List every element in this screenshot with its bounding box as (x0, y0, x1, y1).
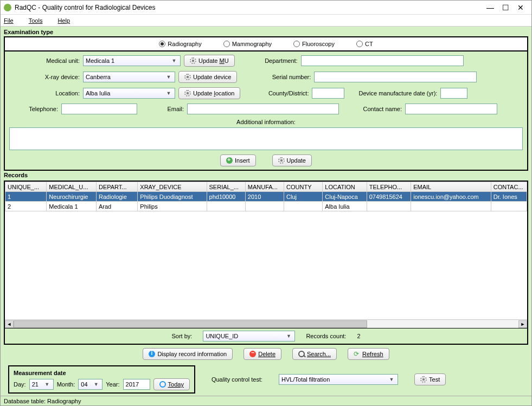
table-cell: ionescu.ion@yahoo.com (411, 192, 491, 202)
today-button[interactable]: Today (153, 378, 190, 390)
month-label: Month: (57, 381, 75, 388)
radio-icon (293, 41, 300, 47)
radio-mammography[interactable]: Mammography (223, 41, 272, 47)
status-text: Database table: Radiography (4, 398, 81, 404)
menu-help[interactable]: Help (57, 17, 78, 24)
records-legend: Records (4, 172, 528, 178)
count-value: 2 (357, 333, 360, 339)
table-cell: 0749815624 (367, 192, 411, 202)
update-mu-button[interactable]: Update MU (184, 55, 235, 67)
maximize-button[interactable]: ☐ (498, 2, 513, 13)
search-icon (298, 351, 305, 357)
scroll-right-icon[interactable]: ► (518, 320, 527, 328)
mfg-input[interactable] (440, 88, 467, 99)
horizontal-scrollbar[interactable]: ◄ ► (5, 319, 527, 328)
titlebar: RadQC - Quality control for Radiological… (1, 1, 531, 15)
radio-fluoroscopy[interactable]: Fluoroscopy (293, 41, 335, 47)
column-header[interactable]: MEDICAL_U... (47, 182, 97, 192)
test-button[interactable]: Test (414, 373, 446, 385)
addinfo-label: Additional information: (9, 119, 523, 125)
exam-type-box: Radiography Mammography Fluoroscopy CT (4, 36, 528, 51)
department-label: Department: (249, 57, 298, 64)
column-header[interactable]: COUNTY (284, 182, 323, 192)
department-input[interactable] (301, 55, 464, 66)
gear-icon (184, 90, 191, 96)
qc-select[interactable]: HVL/Total filtration▼ (279, 374, 398, 385)
table-cell (367, 202, 411, 211)
minimize-button[interactable]: — (483, 2, 498, 13)
chevron-down-icon: ▼ (92, 382, 100, 387)
form-area: Medical unit: Medicala 1▼ Update MU Depa… (4, 51, 528, 171)
column-header[interactable]: UNIQUE_... (5, 182, 47, 192)
month-select[interactable]: 04▼ (78, 379, 102, 390)
table-cell (245, 202, 284, 211)
records-table-wrap[interactable]: UNIQUE_...MEDICAL_U...DEPART...XRAY_DEVI… (5, 182, 527, 319)
refresh-icon: ⟳ (354, 351, 360, 357)
statusbar: Database table: Radiography (1, 396, 531, 405)
display-record-button[interactable]: Display record information (143, 348, 233, 360)
table-row[interactable]: 1NeurochirurgieRadiologiePhilips Duodiag… (5, 192, 527, 202)
update-location-button[interactable]: Update location (178, 87, 240, 99)
contact-label: Contact name: (348, 106, 402, 112)
column-header[interactable]: XRAY_DEVICE (138, 182, 207, 192)
table-cell: phd10000 (207, 192, 245, 202)
serial-input[interactable] (314, 72, 477, 82)
column-header[interactable]: CONTAC... (491, 182, 527, 192)
contact-input[interactable] (405, 104, 497, 114)
close-button[interactable]: ✕ (513, 2, 528, 13)
table-cell: Dr. Iones (491, 192, 527, 202)
chevron-down-icon: ▼ (43, 382, 51, 387)
column-header[interactable]: LOCATION (323, 182, 367, 192)
column-header[interactable]: MANUFA... (245, 182, 284, 192)
day-label: Day: (14, 381, 26, 388)
xray-label: X-ray device: (9, 74, 80, 80)
refresh-button[interactable]: ⟳Refresh (348, 348, 389, 360)
radio-ct[interactable]: CT (356, 41, 373, 47)
scroll-left-icon[interactable]: ◄ (5, 320, 14, 328)
year-input[interactable] (123, 379, 150, 390)
location-select[interactable]: Alba Iulia▼ (83, 88, 175, 99)
sort-row: Sort by: UNIQUE_ID▼ Records count: 2 (5, 328, 527, 344)
radio-icon (356, 41, 363, 47)
table-cell (207, 202, 245, 211)
table-cell: Philips (138, 202, 207, 211)
day-select[interactable]: 21▼ (29, 379, 54, 390)
county-label: County/District: (249, 90, 309, 96)
medical-unit-select[interactable]: Medicala 1▼ (83, 55, 181, 66)
gear-icon (184, 74, 191, 80)
search-button[interactable]: Search... (292, 348, 337, 360)
radio-radiography[interactable]: Radiography (159, 41, 201, 47)
update-button[interactable]: Update (272, 154, 312, 166)
table-cell: 1 (5, 192, 47, 202)
action-row: Display record information Delete Search… (4, 345, 528, 363)
clock-icon (159, 381, 166, 388)
chevron-down-icon: ▼ (165, 91, 172, 96)
delete-button[interactable]: Delete (243, 348, 281, 360)
column-header[interactable]: TELEPHO... (367, 182, 411, 192)
chevron-down-icon: ▼ (285, 333, 292, 339)
county-input[interactable] (312, 88, 344, 99)
table-cell: Cluj (284, 192, 323, 202)
sort-select[interactable]: UNIQUE_ID▼ (203, 331, 295, 341)
column-header[interactable]: EMAIL (411, 182, 491, 192)
table-cell (411, 202, 491, 211)
chevron-down-icon: ▼ (388, 377, 395, 382)
insert-button[interactable]: Insert (220, 154, 256, 166)
tel-input[interactable] (61, 104, 137, 114)
menu-file[interactable]: File (4, 17, 21, 24)
records-box: UNIQUE_...MEDICAL_U...DEPART...XRAY_DEVI… (4, 181, 528, 345)
delete-icon (249, 351, 256, 357)
addinfo-textarea[interactable] (9, 127, 523, 150)
mfg-label: Device manufacture date (yr): (358, 90, 437, 96)
email-input[interactable] (187, 104, 339, 114)
table-cell: Neurochirurgie (47, 192, 97, 202)
menu-tools[interactable]: Tools (29, 17, 50, 24)
column-header[interactable]: SERIAL_... (207, 182, 245, 192)
update-device-button[interactable]: Update device (178, 71, 237, 83)
column-header[interactable]: DEPART... (96, 182, 137, 192)
tel-label: Telephone: (9, 106, 58, 112)
chevron-down-icon: ▼ (165, 74, 172, 80)
xray-select[interactable]: Canberra▼ (83, 72, 175, 82)
exam-legend: Examination type (4, 29, 528, 35)
table-row[interactable]: 2Medicala 1AradPhilipsAlba Iulia (5, 202, 527, 211)
